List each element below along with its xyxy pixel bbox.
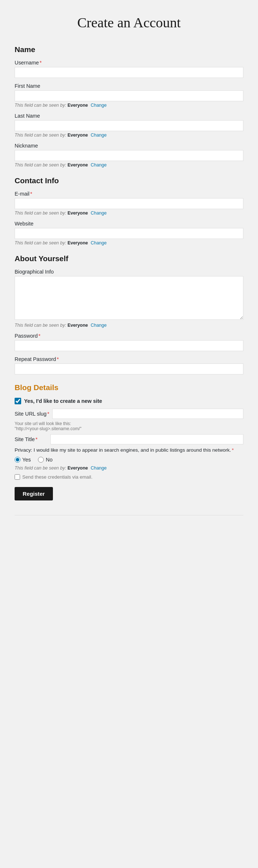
nickname-label: Nickname xyxy=(15,143,243,149)
privacy-change-link[interactable]: Change xyxy=(91,466,107,471)
section-contact-title: Contact Info xyxy=(15,176,243,185)
email-label: E-mail* xyxy=(15,191,243,197)
password-required: * xyxy=(38,333,41,339)
privacy-visibility: This field can be seen by: Everyone Chan… xyxy=(15,466,243,471)
first-name-group: First Name This field can be seen by: Ev… xyxy=(15,83,243,108)
privacy-yes-radio[interactable] xyxy=(15,457,20,463)
first-name-change-link[interactable]: Change xyxy=(91,103,107,108)
bio-textarea[interactable] xyxy=(15,276,243,320)
password-group: Password* xyxy=(15,333,243,351)
last-name-input[interactable] xyxy=(15,120,243,131)
nickname-visibility: This field can be seen by: Everyone Chan… xyxy=(15,162,243,168)
last-name-visibility: This field can be seen by: Everyone Chan… xyxy=(15,133,243,138)
privacy-radio-group: Yes No xyxy=(15,457,243,463)
register-button[interactable]: Register xyxy=(15,487,53,500)
create-site-checkbox-group: Yes, I'd like to create a new site xyxy=(15,398,243,404)
send-credentials-group: Send these credentials via email. xyxy=(15,474,243,480)
username-label: Username* xyxy=(15,60,243,66)
username-group: Username* xyxy=(15,60,243,78)
website-visibility: This field can be seen by: Everyone Chan… xyxy=(15,240,243,246)
bottom-divider xyxy=(15,515,243,515)
repeat-password-group: Repeat Password* xyxy=(15,356,243,374)
site-title-input[interactable] xyxy=(50,434,243,444)
email-required: * xyxy=(30,191,32,197)
create-site-label[interactable]: Yes, I'd like to create a new site xyxy=(24,398,102,404)
site-url-hint: Your site url will look like this: "http… xyxy=(15,421,243,431)
site-url-required: * xyxy=(47,411,49,417)
nickname-input[interactable] xyxy=(15,150,243,161)
site-title-label: Site Title* xyxy=(15,436,47,442)
password-label: Password* xyxy=(15,333,243,339)
site-title-required: * xyxy=(35,436,38,442)
last-name-change-link[interactable]: Change xyxy=(91,133,107,138)
section-about-title: About Yourself xyxy=(15,254,243,263)
email-group: E-mail* This field can be seen by: Every… xyxy=(15,191,243,216)
site-url-group: Site URL slug* xyxy=(15,409,243,419)
privacy-no-radio[interactable] xyxy=(38,457,44,463)
last-name-label: Last Name xyxy=(15,113,243,119)
bio-group: Biographical Info This field can be seen… xyxy=(15,269,243,328)
site-url-label: Site URL slug* xyxy=(15,411,49,417)
send-credentials-checkbox[interactable] xyxy=(15,474,20,480)
privacy-no-label[interactable]: No xyxy=(38,457,52,463)
section-blog-title: Blog Details xyxy=(15,383,243,392)
nickname-group: Nickname This field can be seen by: Ever… xyxy=(15,143,243,168)
first-name-label: First Name xyxy=(15,83,243,89)
privacy-yes-label[interactable]: Yes xyxy=(15,457,31,463)
privacy-text: Privacy: I would like my site to appear … xyxy=(15,447,243,454)
email-visibility: This field can be seen by: Everyone Chan… xyxy=(15,211,243,216)
website-group: Website This field can be seen by: Every… xyxy=(15,221,243,246)
bio-visibility: This field can be seen by: Everyone Chan… xyxy=(15,323,243,328)
send-credentials-label: Send these credentials via email. xyxy=(22,474,92,480)
website-label: Website xyxy=(15,221,243,227)
repeat-password-required: * xyxy=(57,356,59,362)
site-url-input[interactable] xyxy=(52,409,243,419)
privacy-required: * xyxy=(232,447,234,453)
first-name-visibility: This field can be seen by: Everyone Chan… xyxy=(15,103,243,108)
email-change-link[interactable]: Change xyxy=(91,211,107,216)
first-name-input[interactable] xyxy=(15,90,243,101)
bio-change-link[interactable]: Change xyxy=(91,323,107,328)
password-input[interactable] xyxy=(15,340,243,351)
page-title: Create an Account xyxy=(15,7,243,34)
create-site-checkbox[interactable] xyxy=(15,398,21,404)
section-name-title: Name xyxy=(15,45,243,54)
last-name-group: Last Name This field can be seen by: Eve… xyxy=(15,113,243,138)
repeat-password-input[interactable] xyxy=(15,364,243,374)
bio-label: Biographical Info xyxy=(15,269,243,275)
username-input[interactable] xyxy=(15,67,243,78)
username-required: * xyxy=(39,60,42,66)
website-input[interactable] xyxy=(15,228,243,239)
website-change-link[interactable]: Change xyxy=(91,240,107,246)
site-title-group: Site Title* xyxy=(15,434,243,444)
repeat-password-label: Repeat Password* xyxy=(15,356,243,362)
email-input[interactable] xyxy=(15,198,243,209)
nickname-change-link[interactable]: Change xyxy=(91,162,107,168)
